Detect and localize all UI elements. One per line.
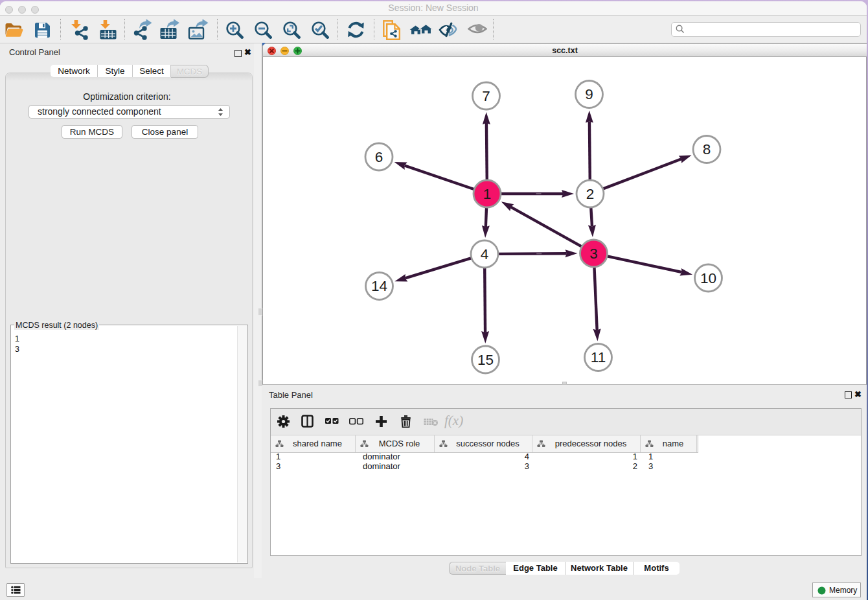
- svg-text:4: 4: [481, 246, 489, 262]
- svg-text:15: 15: [477, 352, 494, 368]
- svg-text:2: 2: [586, 186, 595, 202]
- svg-text:6: 6: [375, 149, 383, 165]
- svg-text:11: 11: [591, 349, 606, 365]
- svg-text:1: 1: [483, 186, 492, 202]
- svg-text:14: 14: [371, 278, 387, 294]
- svg-text:7: 7: [482, 88, 490, 104]
- svg-text:3: 3: [589, 246, 598, 262]
- svg-text:9: 9: [585, 86, 593, 102]
- svg-text:10: 10: [700, 270, 716, 286]
- svg-text:8: 8: [703, 141, 711, 157]
